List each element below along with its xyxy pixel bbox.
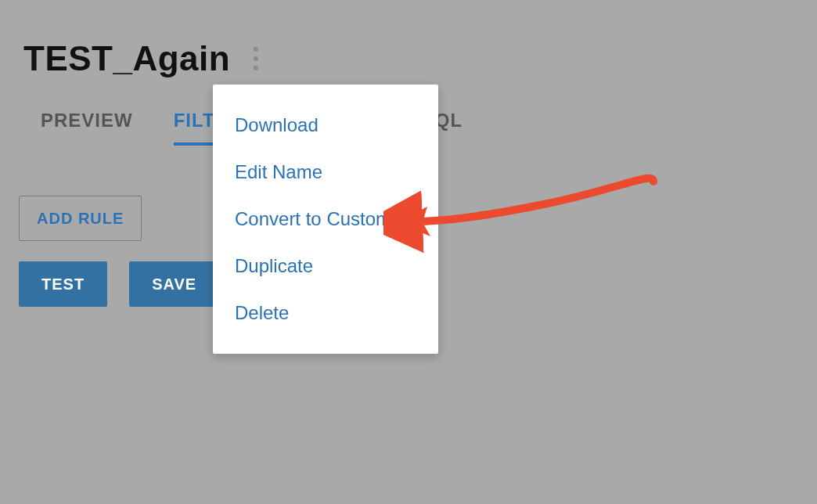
kebab-menu-button[interactable] xyxy=(249,42,263,75)
page-title: TEST_Again xyxy=(23,39,230,78)
tab-preview[interactable]: PREVIEW xyxy=(41,110,133,146)
menu-item-duplicate[interactable]: Duplicate xyxy=(213,243,438,290)
test-button[interactable]: TEST xyxy=(19,261,107,307)
dot-icon xyxy=(254,47,258,52)
context-menu: Download Edit Name Convert to Custom Dup… xyxy=(213,85,438,354)
menu-item-delete[interactable]: Delete xyxy=(213,290,438,337)
dot-icon xyxy=(254,66,258,70)
menu-item-convert-to-custom[interactable]: Convert to Custom xyxy=(213,196,438,243)
add-rule-button[interactable]: ADD RULE xyxy=(19,196,142,241)
menu-item-download[interactable]: Download xyxy=(213,102,438,149)
dot-icon xyxy=(254,56,258,61)
save-button[interactable]: SAVE xyxy=(129,261,219,307)
menu-item-edit-name[interactable]: Edit Name xyxy=(213,149,438,196)
